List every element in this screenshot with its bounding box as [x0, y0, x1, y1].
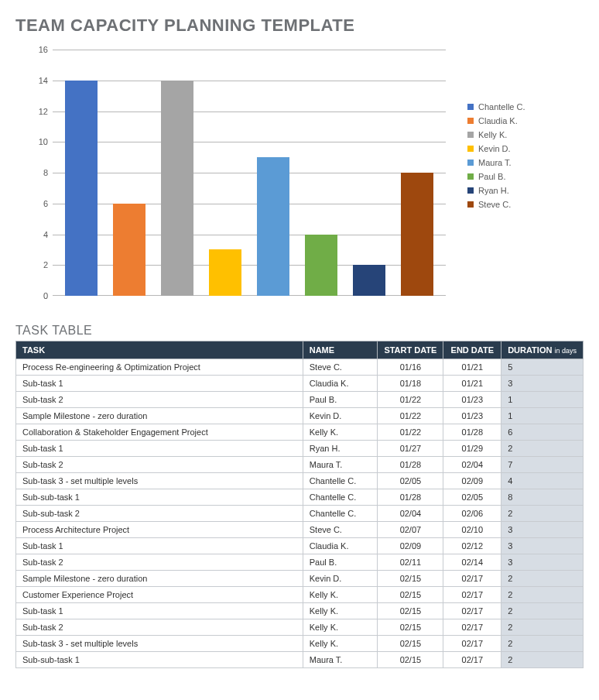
table-row: Sub-task 1Kelly K.02/1502/172	[16, 603, 584, 619]
table-cell: Sub-task 2	[16, 619, 303, 636]
table-row: Sample Milestone - zero durationKevin D.…	[16, 571, 584, 587]
table-cell: 01/16	[378, 359, 443, 376]
table-cell: 6	[501, 424, 584, 441]
table-cell: Process Architecture Project	[16, 522, 303, 538]
table-cell: 01/23	[443, 408, 501, 424]
table-cell: 01/29	[443, 441, 501, 457]
table-row: Sub-sub-task 1Maura T.02/1502/172	[16, 652, 584, 668]
table-cell: 02/15	[378, 571, 443, 587]
legend-label: Paul B.	[478, 172, 505, 181]
legend-item: Steve C.	[467, 200, 525, 209]
table-cell: Chantelle C.	[303, 473, 378, 489]
table-cell: Sub-task 2	[16, 457, 303, 473]
table-row: Sub-task 2Paul B.02/1102/143	[16, 554, 584, 571]
col-start-header: START DATE	[378, 341, 443, 359]
table-cell: 02/15	[378, 603, 443, 619]
legend-item: Kelly K.	[467, 130, 525, 139]
table-cell: Kelly K.	[303, 603, 378, 619]
table-row: Sub-task 1Claudia K.02/0902/123	[16, 538, 584, 554]
table-cell: 02/12	[443, 538, 501, 554]
table-cell: Sub-task 3 - set multiple levels	[16, 473, 303, 489]
table-cell: 02/17	[443, 603, 501, 619]
table-row: Sub-task 2Maura T.01/2802/047	[16, 457, 584, 473]
y-axis-tick-label: 4	[20, 230, 48, 239]
table-cell: 02/15	[378, 619, 443, 636]
table-cell: 02/10	[443, 522, 501, 538]
table-cell: Sub-sub-task 1	[16, 652, 303, 668]
table-cell: Kelly K.	[303, 636, 378, 652]
chart-bar	[65, 81, 98, 296]
legend-swatch	[467, 104, 474, 110]
table-cell: 02/04	[443, 457, 501, 473]
table-cell: 01/27	[378, 441, 443, 457]
table-cell: Sub-task 1	[16, 441, 303, 457]
table-cell: 02/09	[443, 473, 501, 489]
table-cell: Claudia K.	[303, 376, 378, 392]
y-axis-tick-label: 8	[20, 168, 48, 177]
legend-swatch	[467, 160, 474, 166]
table-row: Sub-sub-task 1Chantelle C.01/2802/058	[16, 489, 584, 506]
table-cell: Sample Milestone - zero duration	[16, 571, 303, 587]
table-row: Process Architecture ProjectSteve C.02/0…	[16, 522, 584, 538]
table-cell: 01/21	[443, 359, 501, 376]
task-table-header-row: TASK NAME START DATE END DATE DURATION i…	[16, 341, 584, 359]
table-cell: 2	[501, 441, 584, 457]
table-cell: 01/28	[378, 489, 443, 506]
y-axis-tick-label: 16	[20, 45, 48, 54]
table-cell: 02/17	[443, 619, 501, 636]
table-cell: 2	[501, 506, 584, 522]
legend-swatch	[467, 187, 474, 194]
chart-bar	[161, 81, 193, 296]
table-cell: 7	[501, 457, 584, 473]
table-cell: 1	[501, 408, 584, 424]
y-axis-tick-label: 0	[20, 291, 48, 300]
table-row: Customer Experience ProjectKelly K.02/15…	[16, 587, 584, 603]
legend-item: Paul B.	[467, 172, 525, 181]
table-cell: 8	[501, 489, 584, 506]
table-cell: 02/17	[443, 636, 501, 652]
table-cell: Kelly K.	[303, 587, 378, 603]
y-axis-tick-label: 6	[20, 199, 48, 208]
table-cell: 2	[501, 636, 584, 652]
chart-bar	[401, 173, 433, 296]
legend-swatch	[467, 132, 474, 138]
table-cell: Sub-task 1	[16, 538, 303, 554]
table-row: Sample Milestone - zero durationKevin D.…	[16, 408, 584, 424]
legend-swatch	[467, 118, 474, 124]
table-cell: Claudia K.	[303, 538, 378, 554]
legend-item: Maura T.	[467, 158, 525, 167]
table-cell: Maura T.	[303, 457, 378, 473]
table-cell: 02/11	[378, 554, 443, 571]
table-cell: Sub-task 3 - set multiple levels	[16, 636, 303, 652]
table-cell: Steve C.	[303, 359, 378, 376]
legend-label: Claudia K.	[478, 116, 518, 125]
table-cell: 01/21	[443, 376, 501, 392]
table-cell: 01/28	[443, 424, 501, 441]
table-cell: 02/15	[378, 636, 443, 652]
table-cell: 02/15	[378, 587, 443, 603]
table-cell: 4	[501, 473, 584, 489]
table-cell: 2	[501, 603, 584, 619]
chart-plot: 0246810121416	[20, 46, 454, 310]
table-row: Sub-task 3 - set multiple levelsChantell…	[16, 473, 584, 489]
table-cell: Sub-task 2	[16, 554, 303, 571]
table-cell: 2	[501, 571, 584, 587]
legend-item: Claudia K.	[467, 116, 525, 125]
chart-bar	[113, 204, 145, 296]
table-cell: Steve C.	[303, 522, 378, 538]
col-task-header: TASK	[16, 341, 303, 359]
table-cell: 02/17	[443, 587, 501, 603]
chart-bar	[209, 249, 241, 296]
table-cell: 02/05	[378, 473, 443, 489]
table-cell: 02/04	[378, 506, 443, 522]
col-end-header: END DATE	[443, 341, 501, 359]
table-row: Sub-task 1Claudia K.01/1801/213	[16, 376, 584, 392]
table-cell: Sub-task 1	[16, 603, 303, 619]
col-name-header: NAME	[303, 341, 378, 359]
table-cell: Sub-task 2	[16, 392, 303, 408]
table-cell: Customer Experience Project	[16, 587, 303, 603]
legend-swatch	[467, 146, 474, 152]
legend-item: Ryan H.	[467, 186, 525, 195]
y-axis-tick-label: 12	[20, 107, 48, 116]
table-cell: 01/18	[378, 376, 443, 392]
